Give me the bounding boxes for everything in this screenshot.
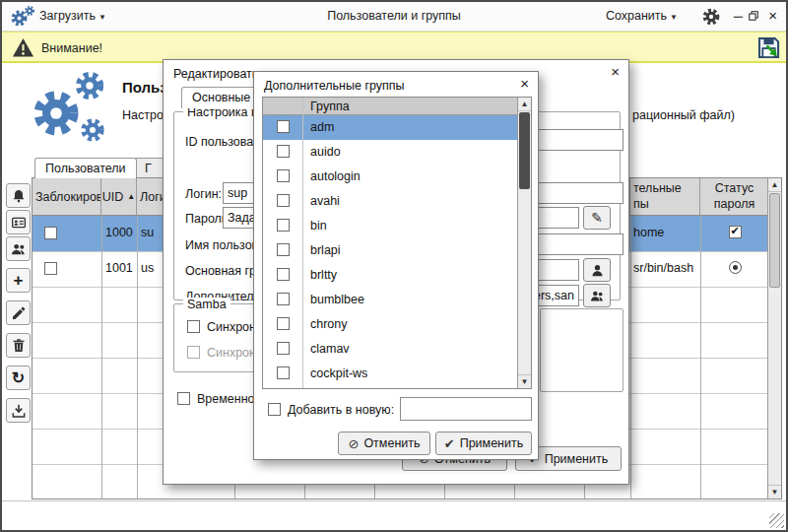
group-name: chrony bbox=[310, 317, 348, 331]
app-window: Загрузить▼ Пользователи и группы Сохрани… bbox=[0, 0, 788, 532]
scrollbar-thumb[interactable] bbox=[769, 193, 780, 288]
group-checkbox[interactable] bbox=[277, 317, 290, 330]
window-title: Пользователи и группы bbox=[179, 9, 609, 23]
groups-list-header: Группа bbox=[263, 98, 517, 115]
plus-icon: + bbox=[14, 272, 24, 289]
password-status-radio[interactable] bbox=[729, 261, 742, 274]
id-card-icon bbox=[11, 215, 27, 231]
group-checkbox[interactable] bbox=[277, 194, 290, 207]
login-label: Логин: bbox=[185, 187, 222, 201]
settings-gear-icon[interactable] bbox=[701, 7, 721, 27]
close-dialog-button[interactable]: × bbox=[520, 75, 529, 92]
resize-grip[interactable] bbox=[769, 513, 784, 528]
path-cell: home bbox=[633, 226, 664, 239]
group-row[interactable]: adm bbox=[263, 115, 517, 140]
group-name: bin bbox=[310, 219, 327, 233]
scroll-up-icon[interactable]: ▲ bbox=[518, 98, 531, 111]
minimize-button[interactable]: ─ bbox=[734, 9, 743, 24]
group-row[interactable]: chrony bbox=[263, 312, 517, 337]
groups-view-button[interactable] bbox=[6, 236, 31, 261]
add-user-button[interactable]: + bbox=[6, 268, 31, 293]
title-bar: Загрузить▼ Пользователи и группы Сохрани… bbox=[2, 2, 786, 32]
group-row[interactable]: auido bbox=[263, 140, 517, 165]
groups-list-box: Группа adm auido autol bbox=[262, 97, 532, 389]
pick-additional-groups-button[interactable] bbox=[583, 284, 611, 307]
edit-password-button[interactable]: ✎ bbox=[583, 206, 611, 230]
header-uid[interactable]: UID▲ bbox=[101, 178, 137, 215]
group-row[interactable]: autologin bbox=[263, 165, 517, 189]
user-card-button[interactable] bbox=[6, 210, 31, 234]
users-icon bbox=[11, 241, 27, 257]
blocked-checkbox[interactable] bbox=[44, 262, 57, 275]
warning-icon bbox=[12, 36, 34, 59]
tab-users[interactable]: Пользователи bbox=[34, 158, 137, 178]
group-checkbox[interactable] bbox=[277, 169, 290, 182]
group-column-header[interactable]: Группа bbox=[310, 100, 350, 113]
save-menu-button[interactable]: Сохранить▼ bbox=[606, 9, 678, 23]
group-row[interactable]: bumblbee bbox=[263, 288, 517, 312]
password-status-cell bbox=[700, 226, 769, 241]
additional-groups-dialog: Дополнительные группы × Группа adm auido bbox=[253, 71, 539, 460]
scroll-up-icon[interactable]: ▲ bbox=[768, 178, 781, 192]
cancel-button[interactable]: ⊘ Отменить bbox=[338, 432, 430, 455]
header-password-status[interactable]: Статус пароля bbox=[700, 178, 769, 215]
apply-button[interactable]: ✔ Применить bbox=[435, 432, 532, 455]
login-cell: su bbox=[141, 226, 154, 239]
group-checkbox[interactable] bbox=[277, 219, 290, 232]
save-label: Сохранить bbox=[606, 9, 667, 23]
groups-list: adm auido autologin avahi bbox=[263, 115, 517, 388]
group-row[interactable]: clamav bbox=[263, 337, 517, 362]
login-cell: us bbox=[141, 261, 154, 275]
close-dialog-button[interactable]: × bbox=[611, 63, 620, 80]
group-row[interactable]: brltty bbox=[263, 263, 517, 288]
notifications-button[interactable] bbox=[6, 183, 31, 208]
refresh-button[interactable]: ↻ bbox=[6, 366, 31, 390]
add-to-new-checkbox[interactable] bbox=[268, 403, 281, 416]
group-name: clamav bbox=[310, 342, 350, 356]
password-status-checkbox[interactable] bbox=[729, 226, 742, 238]
bell-icon bbox=[11, 188, 27, 204]
group-checkbox[interactable] bbox=[277, 342, 290, 355]
group-name: brlapi bbox=[310, 243, 341, 257]
group-checkbox[interactable] bbox=[277, 120, 290, 133]
restore-button[interactable] bbox=[748, 10, 759, 22]
save-file-icon[interactable] bbox=[755, 34, 782, 61]
scroll-down-icon[interactable]: ▼ bbox=[768, 485, 781, 499]
column-separator bbox=[302, 98, 303, 388]
edit-user-button[interactable] bbox=[6, 300, 31, 325]
load-menu-button[interactable]: Загрузить▼ bbox=[39, 9, 106, 23]
group-row[interactable]: bin bbox=[263, 214, 517, 238]
table-scrollbar[interactable]: ▲ ▼ bbox=[767, 178, 781, 499]
trash-icon bbox=[11, 338, 27, 354]
header-blocked[interactable]: Заблокирован bbox=[33, 178, 101, 215]
temporary-checkbox[interactable] bbox=[177, 392, 190, 405]
close-window-button[interactable]: × bbox=[768, 7, 777, 24]
group-name: avahi bbox=[310, 194, 340, 208]
pick-primary-group-button[interactable] bbox=[583, 258, 611, 282]
tab-basic[interactable]: Основные bbox=[181, 87, 261, 108]
groups-scrollbar[interactable]: ▲ ▼ bbox=[517, 98, 531, 388]
group-name: cockpit-ws bbox=[310, 366, 367, 380]
group-checkbox[interactable] bbox=[277, 366, 290, 379]
new-group-input[interactable] bbox=[400, 397, 532, 421]
export-users-button[interactable] bbox=[6, 398, 31, 423]
group-row[interactable]: brlapi bbox=[263, 238, 517, 263]
delete-user-button[interactable] bbox=[6, 333, 31, 358]
uid-cell: 1000 bbox=[105, 226, 133, 239]
group-checkbox[interactable] bbox=[277, 293, 290, 305]
group-row[interactable]: cockpit-ws bbox=[263, 362, 517, 386]
header-groups[interactable]: тельные пы bbox=[630, 178, 700, 215]
group-name: autologin bbox=[310, 169, 361, 183]
warning-text: Внимание! bbox=[41, 41, 102, 55]
samba-sync-checkbox[interactable] bbox=[187, 320, 200, 333]
group-row[interactable]: avahi bbox=[263, 189, 517, 214]
chevron-down-icon: ▼ bbox=[98, 13, 106, 22]
password-status-cell bbox=[700, 261, 769, 277]
group-checkbox[interactable] bbox=[277, 268, 290, 281]
scrollbar-thumb[interactable] bbox=[519, 112, 530, 189]
samba-label: Samba bbox=[183, 298, 230, 311]
group-checkbox[interactable] bbox=[277, 243, 290, 256]
group-checkbox[interactable] bbox=[277, 145, 290, 158]
blocked-checkbox[interactable] bbox=[44, 227, 57, 239]
scroll-down-icon[interactable]: ▼ bbox=[518, 374, 531, 388]
